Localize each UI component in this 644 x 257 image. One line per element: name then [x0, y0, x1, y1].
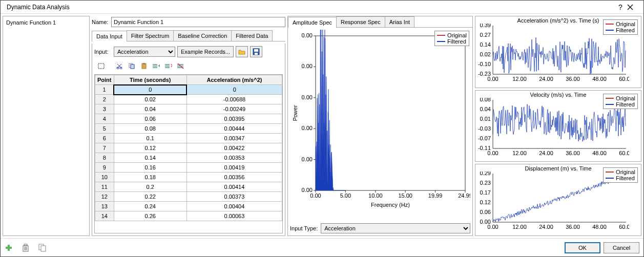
select-icon[interactable]: [95, 61, 107, 71]
table-row[interactable]: 30.04-0.00249: [95, 104, 282, 114]
svg-text:-0.10: -0.10: [478, 61, 491, 67]
table-row[interactable]: 130.240.00404: [95, 202, 282, 211]
svg-rect-96: [6, 247, 12, 249]
input-type-label: Input Type:: [290, 225, 318, 231]
table-row[interactable]: 90.160.00419: [95, 163, 282, 173]
tab-baseline-correction[interactable]: Baseline Correction: [173, 30, 232, 41]
svg-text:12.00: 12.00: [512, 224, 527, 230]
svg-text:Frequency (Hz): Frequency (Hz): [371, 202, 410, 208]
input-select[interactable]: Acceleration: [114, 47, 175, 57]
svg-text:36.00: 36.00: [566, 224, 580, 230]
content: Dynamic Function 1 Name: Data Input Filt…: [1, 14, 643, 238]
table-row[interactable]: 100: [95, 85, 282, 95]
col-time[interactable]: Time (seconds): [114, 75, 186, 85]
function-list[interactable]: Dynamic Function 1: [3, 16, 90, 236]
spectrum-chart: 0.005.0010.0015.0019.9924.990.000.000.00…: [288, 28, 472, 221]
table-toolbar: + ✕: [94, 60, 283, 72]
svg-rect-19: [165, 66, 170, 67]
ok-button[interactable]: OK: [565, 242, 600, 253]
table-row[interactable]: 70.120.00422: [95, 143, 282, 153]
table-row[interactable]: 80.140.00353: [95, 153, 282, 163]
data-table-wrap[interactable]: Point Time (seconds) Acceleration (m/s^2…: [94, 74, 283, 233]
spectrum-legend: Original Filtered: [434, 31, 469, 46]
col-point[interactable]: Point: [95, 75, 114, 85]
open-folder-icon[interactable]: [236, 46, 248, 57]
table-row[interactable]: 140.260.00063: [95, 211, 282, 221]
svg-text:15.00: 15.00: [398, 192, 412, 199]
svg-text:12.00: 12.00: [512, 76, 527, 82]
table-row[interactable]: 120.220.00373: [95, 192, 282, 202]
delete-row-icon[interactable]: ✕: [163, 61, 174, 71]
data-table[interactable]: Point Time (seconds) Acceleration (m/s^2…: [95, 75, 282, 221]
svg-rect-16: [153, 67, 157, 68]
svg-text:+: +: [158, 63, 160, 69]
svg-text:0.00: 0.00: [302, 94, 313, 100]
svg-text:0.02: 0.02: [480, 51, 491, 57]
svg-text:0.12: 0.12: [480, 199, 491, 205]
tab-amplitude-spec[interactable]: Amplitude Spec: [288, 17, 337, 28]
svg-text:0.00: 0.00: [480, 219, 491, 225]
table-row[interactable]: 100.180.00356: [95, 173, 282, 182]
svg-rect-3: [254, 49, 258, 52]
clear-rows-icon[interactable]: [175, 61, 186, 71]
svg-text:0.00: 0.00: [302, 187, 313, 193]
middle-panel: Name: Data Input Filter Spectrum Baselin…: [92, 16, 285, 236]
svg-rect-20: [165, 67, 170, 68]
svg-text:0.01: 0.01: [480, 116, 491, 122]
chart-legend-1: Original Filtered: [603, 19, 638, 35]
col-accel[interactable]: Acceleration (m/s^2): [186, 75, 282, 85]
svg-text:24.00: 24.00: [539, 224, 553, 230]
svg-text:24.00: 24.00: [539, 76, 553, 82]
name-field[interactable]: [111, 17, 285, 27]
spectrum-tabs: Amplitude Spec Response Spec Arias Int: [288, 16, 472, 28]
svg-text:5.00: 5.00: [340, 192, 351, 199]
table-row[interactable]: 110.20.00414: [95, 182, 282, 192]
save-icon[interactable]: [250, 46, 262, 57]
footer: OK Cancel: [1, 238, 643, 256]
svg-rect-26: [316, 36, 465, 190]
copy-icon[interactable]: [126, 61, 137, 71]
svg-rect-98: [24, 244, 27, 246]
tab-response-spec[interactable]: Response Spec: [336, 16, 385, 27]
table-row[interactable]: 20.02-0.00688: [95, 95, 282, 104]
svg-text:10.00: 10.00: [368, 192, 383, 199]
property-tabs: Data Input Filter Spectrum Baseline Corr…: [92, 30, 285, 41]
insert-row-icon[interactable]: +: [151, 61, 162, 71]
svg-text:19.99: 19.99: [428, 192, 443, 199]
svg-text:12.00: 12.00: [512, 150, 527, 156]
table-row[interactable]: 50.080.00444: [95, 124, 282, 134]
svg-text:60.00: 60.00: [619, 76, 629, 82]
example-records-button[interactable]: Example Records...: [177, 46, 234, 57]
svg-text:24.00: 24.00: [539, 150, 553, 156]
input-type-select[interactable]: Acceleration: [321, 223, 470, 233]
svg-text:-0.03: -0.03: [478, 125, 491, 132]
paste-icon[interactable]: [138, 61, 150, 71]
svg-text:48.00: 48.00: [592, 224, 607, 230]
input-label: Input:: [94, 49, 112, 55]
svg-text:36.00: 36.00: [566, 76, 580, 82]
svg-rect-11: [131, 65, 134, 69]
svg-text:60.00: 60.00: [619, 150, 629, 156]
delete-icon[interactable]: [22, 244, 29, 252]
tab-filtered-data[interactable]: Filtered Data: [231, 30, 273, 41]
tab-arias-int[interactable]: Arias Int: [385, 16, 414, 27]
help-icon[interactable]: ?: [614, 3, 627, 11]
tab-data-input[interactable]: Data Input: [92, 31, 127, 41]
table-row[interactable]: 60.10.00347: [95, 134, 282, 143]
svg-text:0.29: 0.29: [480, 172, 491, 176]
tab-filter-spectrum[interactable]: Filter Spectrum: [127, 30, 174, 41]
svg-text:0.00: 0.00: [310, 192, 321, 199]
cut-icon[interactable]: [114, 61, 125, 71]
tab-body: Input: Acceleration Example Records...: [92, 44, 285, 236]
add-icon[interactable]: [5, 244, 13, 252]
svg-rect-18: [165, 64, 170, 65]
chart-legend-2: Original Filtered: [603, 94, 638, 109]
svg-text:0.23: 0.23: [480, 180, 491, 186]
close-icon[interactable]: [627, 4, 640, 10]
svg-text:-0.07: -0.07: [478, 135, 491, 141]
svg-text:-0.11: -0.11: [478, 145, 491, 151]
table-row[interactable]: 40.060.00395: [95, 114, 282, 124]
cancel-button[interactable]: Cancel: [604, 242, 639, 253]
function-list-item[interactable]: Dynamic Function 1: [5, 18, 87, 27]
copy-function-icon[interactable]: [38, 244, 47, 252]
